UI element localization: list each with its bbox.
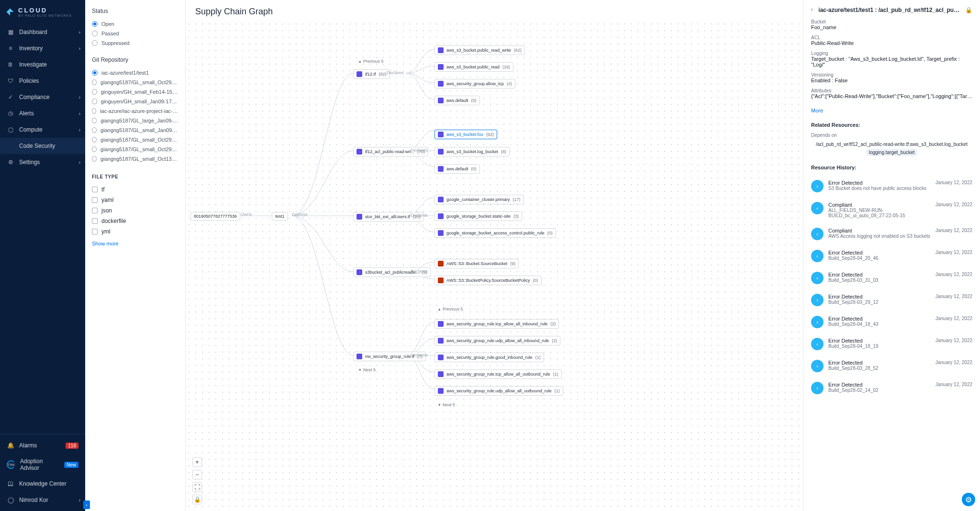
repo-option[interactable]: ginguyen/GH_small_Jan09-17_25_31	[92, 97, 178, 106]
nav-item-compute[interactable]: ▢Compute›	[0, 122, 85, 138]
node-count: (9)	[510, 261, 515, 266]
node-resource[interactable]: aws.default(0)	[434, 96, 480, 105]
nav-bottom-adoption-advisor[interactable]: 73%Adoption AdvisorNew	[0, 454, 85, 476]
details-panel: ‹ iac-azure/test1/test1 : /acl_pub_rd_wr…	[803, 0, 980, 511]
node-resource[interactable]: aws_security_group.allow_tcp(4)	[434, 79, 515, 89]
node-resource[interactable]: google_storage_bucket.static-site(3)	[434, 211, 522, 221]
history-item[interactable]: ‹Error DetectedS3 Bucket does not have p…	[811, 175, 972, 197]
history-item[interactable]: ‹Error DetectedBuild_Sep28-03_28_52Janua…	[811, 355, 972, 377]
status-option[interactable]: Suppressed	[92, 38, 178, 48]
history-item[interactable]: ‹Error DetectedBuild_Sep28-02_14_02Janua…	[811, 377, 972, 399]
nav-bottom-nimrod-kor[interactable]: ◯Nimrod Kor›	[0, 492, 85, 508]
node-label: aws.default	[446, 98, 468, 103]
repo-option[interactable]: giangng5187/GL_large_Jan09-15_37_49	[92, 116, 178, 125]
node-resource[interactable]: google_storage_bucket_access_control.pub…	[434, 228, 556, 238]
zoom-lock-button[interactable]: 🔒	[192, 495, 202, 504]
repo-option[interactable]: giangng5187/GL_small_Oct29-14_09_39	[92, 144, 178, 154]
nav-item-code-security[interactable]: Code Security	[0, 138, 85, 154]
node-resource[interactable]: aws_security_group_rule.tcp_allow_all_in…	[434, 319, 559, 329]
filetype-option[interactable]: tf	[92, 184, 178, 195]
more-link[interactable]: More	[811, 108, 823, 113]
nav-item-compliance[interactable]: ✓Compliance›	[0, 89, 85, 105]
node-resource[interactable]: aws_security_group_rule.udp_allow_all_in…	[434, 336, 560, 345]
attributes-label: Attributes	[811, 88, 972, 93]
history-item[interactable]: ‹Error DetectedBuild_Sep28-04_20_46Janua…	[811, 245, 972, 267]
node-label: aws_security_group_rule.udp_allow_all_in…	[446, 338, 549, 343]
nav-label: Alarms	[19, 442, 37, 449]
pager-next-res[interactable]: ▾ Next 5	[438, 402, 455, 407]
nav-label: Compliance	[19, 94, 49, 100]
repo-option[interactable]: giangng5187/GL_small_Oct13-07_24_49	[92, 154, 178, 164]
pager-prev-res[interactable]: ▴ Previous 5	[438, 307, 463, 311]
repo-option[interactable]: iac-azure/iac-azure-project-iac-github/i…	[92, 106, 178, 116]
history-item[interactable]: ‹Error DetectedBuild_Sep28-03_29_12Janua…	[811, 289, 972, 311]
graph-canvas[interactable]: 801905077827777536 Owns test1 Deploys ▴ …	[186, 21, 803, 511]
filetype-option[interactable]: yaml	[92, 195, 178, 205]
checkbox-icon	[92, 229, 98, 234]
node-resource[interactable]: google_container_cluster.primary(17)	[434, 195, 524, 204]
node-resource[interactable]: aws_security_group_rule.udp_allow_all_ou…	[434, 386, 563, 396]
repo-option[interactable]: ginguyen/GH_small_Feb14-15_38_01	[92, 87, 178, 97]
node-count: (4)	[507, 81, 512, 86]
node-resource[interactable]: aws.default(0)	[434, 164, 480, 174]
repo-option[interactable]: iac-azure/test1/test1	[92, 68, 178, 78]
zoom-fit-button[interactable]: ⛶	[192, 482, 202, 492]
logging-value: Target_bucket : "Aws_s3_bucket.Log_bucke…	[811, 56, 972, 67]
status-option[interactable]: Passed	[92, 29, 178, 38]
node-project[interactable]: test1	[272, 212, 288, 221]
nav-item-dashboard[interactable]: ▦Dashboard›	[0, 24, 85, 40]
brand-sub: BY PALO ALTO NETWORKS	[18, 14, 72, 17]
node-resource[interactable]: aws_security_group_rule.tcp_allow_all_ou…	[434, 369, 562, 379]
history-item[interactable]: ‹CompliantALL_FIELDS_NEW-RUN-BUILD_bc_ui…	[811, 197, 972, 223]
node-resource[interactable]: AWS::S3::Bucket.SourceBucket(9)	[434, 259, 519, 268]
pager-next-files[interactable]: ▾ Next 5	[359, 367, 376, 372]
details-collapse-button[interactable]: ‹	[811, 7, 813, 12]
node-label: aws_security_group_rule.tcp_allow_all_ou…	[446, 372, 550, 377]
node-file[interactable]: tf12.tf(82)	[353, 69, 390, 79]
nav-item-inventory[interactable]: ≡Inventory›	[0, 40, 85, 56]
nav-item-investigate[interactable]: 🗎Investigate	[0, 56, 85, 73]
nav-item-settings[interactable]: ⚙Settings›	[0, 154, 85, 170]
lock-icon: 🔒	[965, 7, 972, 13]
radio-icon	[92, 108, 96, 114]
repo-option[interactable]: giangng5187/GL_small_Oct29-14_09_43	[92, 78, 178, 87]
node-resource[interactable]: aws_s3_bucket.log_bucket(8)	[434, 147, 510, 156]
node-resource[interactable]: aws_s3_bucket.public_read_write(62)	[434, 45, 525, 55]
zoom-in-button[interactable]: +	[192, 457, 202, 467]
status-option[interactable]: Open	[92, 19, 178, 29]
terraform-icon	[438, 371, 444, 377]
nav-bottom-knowledge-center[interactable]: 🕮Knowledge Center	[0, 476, 85, 492]
zoom-out-button[interactable]: −	[192, 470, 202, 479]
node-resource[interactable]: aws_s3_bucket.foo(62)	[434, 130, 497, 139]
node-resource[interactable]: aws_security_group_rule.good_inbound_rul…	[434, 353, 544, 362]
history-item[interactable]: ‹Error DetectedBuild_Sep28-04_18_19Janua…	[811, 333, 972, 355]
filetype-option[interactable]: json	[92, 205, 178, 216]
history-item[interactable]: ‹Error DetectedBuild_Sep28-04_18_43Janua…	[811, 311, 972, 333]
history-icon: ‹	[811, 338, 824, 350]
history-title: Compliant	[828, 228, 931, 233]
repo-option[interactable]: giangng5187/GL_small_Oct29-14_09_32	[92, 135, 178, 144]
nav-label: Investigate	[19, 61, 47, 68]
terraform-icon	[356, 354, 362, 359]
nav-item-policies[interactable]: 🛡Policies	[0, 73, 85, 89]
show-more-link[interactable]: Show more	[92, 241, 119, 246]
node-resource[interactable]: aws_s3_bucket.public_read(16)	[434, 62, 513, 72]
support-icon[interactable]: ⚙	[962, 493, 975, 506]
repo-option[interactable]: giangng5187/GL_small_Jan09-15_37_43	[92, 125, 178, 135]
radio-icon	[92, 137, 97, 143]
nav-main: ▦Dashboard›≡Inventory›🗎Investigate🛡Polic…	[0, 24, 85, 434]
book-icon: 🕮	[7, 480, 14, 488]
nav-bottom-alarms[interactable]: 🔔Alarms116	[0, 437, 85, 454]
node-resource[interactable]: AWS::S3::BucketPolicy.SourceBucketPolicy…	[434, 276, 542, 285]
sidebar-collapse-button[interactable]: ‹	[83, 500, 90, 509]
history-subtitle: Build_Sep28-02_14_02	[828, 388, 931, 393]
nav-item-alerts[interactable]: ◷Alerts›	[0, 105, 85, 122]
history-item[interactable]: ‹CompliantAWS Access logging not enabled…	[811, 223, 972, 245]
node-root[interactable]: 801905077827777536	[190, 212, 240, 221]
related-tag[interactable]: logging.target_bucket	[866, 149, 918, 156]
option-label: Suppressed	[101, 40, 130, 46]
filetype-option[interactable]: yml	[92, 226, 178, 237]
history-item[interactable]: ‹Error DetectedBuild_Sep28-03_31_03Janua…	[811, 267, 972, 289]
filetype-option[interactable]: dockerfile	[92, 216, 178, 226]
pager-prev-files[interactable]: ▴ Previous 5	[359, 59, 384, 64]
